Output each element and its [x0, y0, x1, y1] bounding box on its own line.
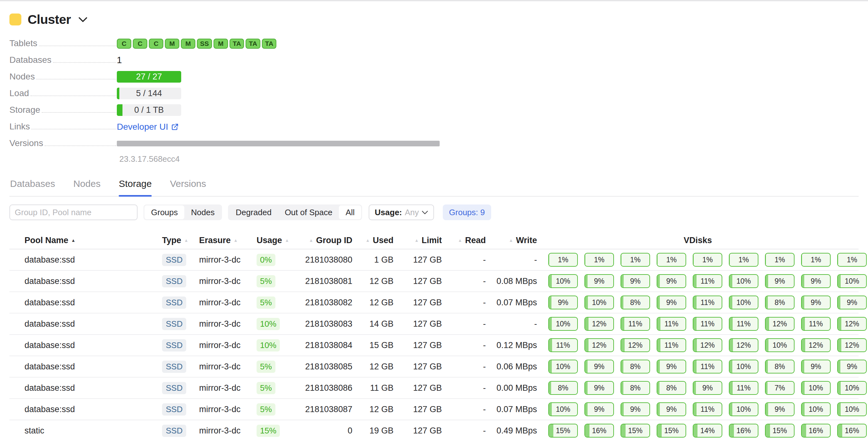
vdisk-badge[interactable]: 16% — [837, 424, 867, 438]
vdisk-badge[interactable]: 9% — [621, 274, 650, 288]
search-input[interactable] — [9, 204, 137, 220]
vdisk-badge[interactable]: 11% — [693, 295, 722, 309]
tablet-badge[interactable]: SS — [197, 39, 212, 49]
column-header-type[interactable]: Type ▲ — [162, 235, 199, 245]
vdisk-badge[interactable]: 1% — [657, 253, 686, 267]
tablet-badge[interactable]: C — [117, 39, 131, 49]
vdisk-badge[interactable]: 10% — [548, 274, 578, 288]
toggle-all[interactable]: All — [339, 206, 361, 219]
vdisk-badge[interactable]: 1% — [765, 253, 795, 267]
vdisk-badge[interactable]: 10% — [837, 402, 867, 416]
vdisk-badge[interactable]: 8% — [621, 295, 650, 309]
vdisk-badge[interactable]: 9% — [657, 274, 686, 288]
vdisk-badge[interactable]: 10% — [837, 274, 867, 288]
tablet-badge[interactable]: TA — [262, 39, 276, 49]
vdisk-badge[interactable]: 8% — [548, 381, 578, 395]
tablet-badge[interactable]: TA — [229, 39, 244, 49]
vdisk-badge[interactable]: 1% — [584, 253, 614, 267]
tab-nodes[interactable]: Nodes — [73, 179, 100, 196]
vdisk-badge[interactable]: 12% — [584, 317, 614, 331]
developer-ui-link[interactable]: Developer UI — [117, 122, 179, 132]
tab-storage[interactable]: Storage — [119, 179, 152, 196]
tablet-badge[interactable]: TA — [246, 39, 260, 49]
chevron-down-icon[interactable] — [79, 17, 87, 22]
vdisk-badge[interactable]: 10% — [548, 317, 578, 331]
vdisk-badge[interactable]: 11% — [693, 274, 722, 288]
vdisk-badge[interactable]: 11% — [693, 402, 722, 416]
vdisk-badge[interactable]: 11% — [693, 360, 722, 374]
vdisk-badge[interactable]: 9% — [584, 381, 614, 395]
vdisk-badge[interactable]: 9% — [837, 295, 867, 309]
tab-versions[interactable]: Versions — [170, 179, 206, 196]
tablet-badge[interactable]: M — [214, 39, 228, 49]
vdisk-badge[interactable]: 12% — [584, 338, 614, 352]
vdisk-badge[interactable]: 8% — [621, 360, 650, 374]
tablet-badge[interactable]: M — [165, 39, 179, 49]
vdisk-badge[interactable]: 9% — [801, 360, 831, 374]
tablet-badge[interactable]: M — [181, 39, 195, 49]
vdisk-badge[interactable]: 9% — [801, 295, 831, 309]
vdisk-badge[interactable]: 11% — [729, 381, 758, 395]
vdisk-badge[interactable]: 10% — [729, 402, 758, 416]
vdisk-badge[interactable]: 9% — [621, 402, 650, 416]
vdisk-badge[interactable]: 11% — [657, 317, 686, 331]
toggle-nodes[interactable]: Nodes — [184, 206, 221, 219]
vdisk-badge[interactable]: 11% — [693, 317, 722, 331]
vdisk-badge[interactable]: 9% — [584, 360, 614, 374]
vdisk-badge[interactable]: 9% — [837, 360, 867, 374]
vdisk-badge[interactable]: 11% — [621, 317, 650, 331]
vdisk-badge[interactable]: 1% — [801, 253, 831, 267]
vdisk-badge[interactable]: 9% — [548, 295, 578, 309]
vdisk-badge[interactable]: 9% — [801, 274, 831, 288]
tablet-badge[interactable]: C — [133, 39, 147, 49]
vdisk-badge[interactable]: 9% — [657, 295, 686, 309]
vdisk-badge[interactable]: 10% — [801, 381, 831, 395]
vdisk-badge[interactable]: 12% — [621, 338, 650, 352]
vdisk-badge[interactable]: 9% — [657, 360, 686, 374]
vdisk-badge[interactable]: 1% — [729, 253, 758, 267]
vdisk-badge[interactable]: 8% — [765, 295, 795, 309]
vdisk-badge[interactable]: 12% — [801, 338, 831, 352]
toggle-out-of-space[interactable]: Out of Space — [278, 206, 339, 219]
vdisk-badge[interactable]: 10% — [548, 360, 578, 374]
column-header-group-id[interactable]: ▲ Group ID — [301, 235, 352, 245]
column-header-write[interactable]: ▲ Write — [486, 235, 537, 245]
vdisk-badge[interactable]: 16% — [729, 424, 758, 438]
vdisk-badge[interactable]: 9% — [765, 274, 795, 288]
vdisk-badge[interactable]: 11% — [801, 317, 831, 331]
vdisk-badge[interactable]: 9% — [584, 402, 614, 416]
vdisk-badge[interactable]: 10% — [584, 295, 614, 309]
vdisk-badge[interactable]: 10% — [801, 402, 831, 416]
vdisk-badge[interactable]: 8% — [657, 381, 686, 395]
vdisk-badge[interactable]: 9% — [657, 402, 686, 416]
vdisk-badge[interactable]: 15% — [548, 424, 578, 438]
vdisk-badge[interactable]: 7% — [765, 381, 795, 395]
column-header-erasure[interactable]: Erasure ▲ — [199, 235, 256, 245]
vdisk-badge[interactable]: 1% — [621, 253, 650, 267]
vdisk-badge[interactable]: 12% — [693, 338, 722, 352]
usage-filter-dropdown[interactable]: Usage: Any — [369, 204, 434, 220]
vdisk-badge[interactable]: 12% — [729, 338, 758, 352]
column-header-limit[interactable]: ▲ Limit — [394, 235, 442, 245]
vdisk-badge[interactable]: 1% — [837, 253, 867, 267]
vdisk-badge[interactable]: 1% — [693, 253, 722, 267]
toggle-degraded[interactable]: Degraded — [229, 206, 278, 219]
vdisk-badge[interactable]: 14% — [693, 424, 722, 438]
vdisk-badge[interactable]: 15% — [657, 424, 686, 438]
vdisk-badge[interactable]: 15% — [765, 424, 795, 438]
column-header-pool-name[interactable]: Pool Name ▲ — [25, 235, 162, 245]
vdisk-badge[interactable]: 9% — [693, 381, 722, 395]
vdisk-badge[interactable]: 11% — [729, 317, 758, 331]
vdisk-badge[interactable]: 10% — [729, 360, 758, 374]
column-header-used[interactable]: ▲ Used — [352, 235, 394, 245]
tablet-badge[interactable]: C — [149, 39, 163, 49]
vdisk-badge[interactable]: 10% — [837, 381, 867, 395]
vdisk-badge[interactable]: 12% — [837, 338, 867, 352]
vdisk-badge[interactable]: 12% — [837, 317, 867, 331]
vdisk-badge[interactable]: 11% — [548, 338, 578, 352]
vdisk-badge[interactable]: 12% — [765, 317, 795, 331]
vdisk-badge[interactable]: 10% — [729, 295, 758, 309]
vdisk-badge[interactable]: 11% — [657, 338, 686, 352]
vdisk-badge[interactable]: 8% — [621, 381, 650, 395]
vdisk-badge[interactable]: 10% — [548, 402, 578, 416]
